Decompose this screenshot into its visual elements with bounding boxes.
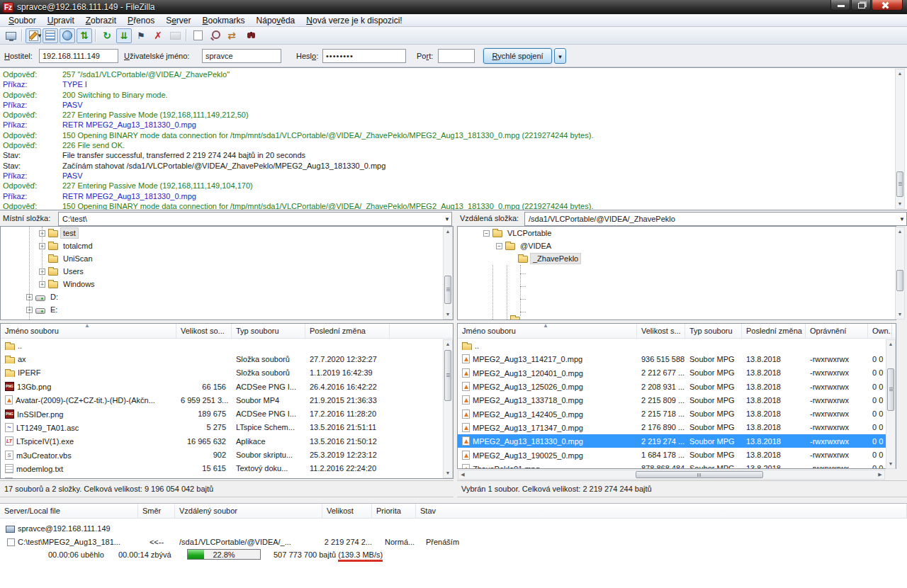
file-row[interactable]: modemlog.txt 15 615 Textový doku... 11.2… (1, 462, 453, 475)
column-header[interactable]: Velikost s... (637, 324, 685, 338)
file-row[interactable]: LT1249_TA01.asc 5 275 LTspice Schem... 1… (1, 421, 453, 434)
scroll-up-icon[interactable]: ▲ (896, 227, 904, 236)
tree-expander-icon[interactable] (496, 243, 502, 249)
tree-item[interactable]: _ZhavePeklo (458, 252, 896, 265)
column-header[interactable]: Server/Local file (0, 504, 138, 518)
file-row[interactable]: IPERF Složka souborů 1.1.2019 16:42:39 (1, 366, 453, 380)
column-header[interactable]: Poslední změna (305, 324, 390, 338)
file-row[interactable]: InSSIDer.png 189 675 ACDSee PNG I... 17.… (1, 407, 453, 420)
scroll-right-icon[interactable]: ▶ (876, 470, 884, 479)
toolbar-button[interactable] (99, 28, 115, 43)
toolbar-button[interactable] (77, 28, 92, 43)
file-row[interactable]: 13Gb.png 66 156 ACDSee PNG I... 26.4.201… (1, 380, 453, 393)
close-button[interactable] (872, 0, 903, 11)
column-header[interactable]: Velikost (322, 504, 372, 518)
file-row[interactable]: ZhavePeklo01.mpg 878 868 484 Soubor MPG … (458, 462, 896, 469)
combo-arrow-icon[interactable]: ▼ (899, 216, 905, 222)
queue-server-row[interactable]: spravce@192.168.111.149 (0, 521, 907, 535)
menu-item[interactable]: Soubor (3, 15, 42, 26)
toolbar-button[interactable] (133, 28, 149, 43)
scroll-up-icon[interactable]: ▲ (896, 69, 904, 78)
local-tree-scrollbar[interactable]: ▲ ▼ (443, 227, 453, 320)
tree-item[interactable]: totalcmd (1, 239, 453, 252)
column-header[interactable]: Own... (868, 324, 892, 338)
log-scrollbar[interactable]: ▲ ▼ (895, 69, 905, 209)
scroll-down-icon[interactable]: ▼ (896, 200, 904, 208)
menu-item[interactable]: Server (160, 15, 196, 26)
site-manager-dropdown-icon[interactable]: ▼ (35, 28, 44, 43)
column-header[interactable]: Typ souboru (232, 324, 305, 338)
tree-item[interactable]: Windows (1, 278, 453, 290)
tree-item[interactable]: test (1, 227, 453, 239)
tree-item[interactable]: E: (1, 303, 453, 316)
toolbar-button[interactable] (3, 28, 18, 43)
file-row[interactable]: MPEG2_Aug13_181330_0.mpg 2 219 274 ... S… (458, 434, 896, 448)
column-header[interactable]: Typ souboru (685, 324, 742, 338)
toolbar-button[interactable] (116, 28, 132, 43)
tree-item[interactable]: @VIDEA (458, 239, 896, 252)
column-header[interactable]: Poslední změna (742, 324, 806, 338)
username-input[interactable]: spravce (202, 49, 281, 63)
column-header[interactable]: Priorita (372, 504, 416, 518)
scroll-thumb[interactable] (896, 270, 903, 291)
file-row[interactable]: MPEG2_Aug13_120401_0.mpg 2 212 677 ... S… (458, 366, 896, 380)
menu-item[interactable]: Nápověda (251, 15, 301, 26)
remote-directory-combo[interactable]: /sda1/VLCPortable/@VIDEA/_ZhavePeklo ▼ (524, 212, 907, 226)
menu-item[interactable]: Upravit (42, 15, 80, 26)
toolbar-button[interactable] (43, 28, 58, 43)
local-directory-combo[interactable]: C:\test\ ▼ (58, 212, 452, 226)
tree-item[interactable]: UniScan (1, 252, 453, 265)
scroll-down-icon[interactable]: ▼ (886, 460, 895, 468)
toolbar-button[interactable] (95, 29, 96, 42)
maximize-button[interactable] (851, 0, 871, 11)
scroll-thumb[interactable] (896, 171, 903, 197)
toolbar-button[interactable] (21, 29, 23, 42)
column-header[interactable]: Oprávnění (806, 324, 868, 338)
minimize-button[interactable] (830, 0, 850, 11)
scroll-left-icon[interactable]: ◀ (458, 470, 467, 479)
column-header[interactable]: Vzdálený soubor (175, 504, 322, 518)
column-header[interactable]: Stav (416, 504, 907, 518)
remote-list-scrollbar[interactable]: ▲ ▼ (886, 339, 896, 469)
filezilla-logo-icon[interactable]: Fz (3, 2, 13, 13)
column-header[interactable]: Směr (138, 504, 175, 518)
toolbar-button[interactable] (150, 28, 166, 43)
toolbar-button[interactable] (241, 28, 257, 43)
toolbar-button[interactable] (167, 28, 183, 43)
scroll-thumb[interactable] (887, 368, 894, 411)
menu-item[interactable]: Nová verze je k dispozici! (300, 15, 407, 26)
file-row[interactable]: MPEG2_Aug13_171347_0.mpg 2 176 890 ... S… (458, 421, 896, 434)
quickconnect-button[interactable]: Rychlé spojení (483, 48, 552, 64)
queue-item-checkbox[interactable] (7, 538, 15, 546)
password-input[interactable]: •••••••• (322, 49, 406, 63)
file-row[interactable]: MPEG2_Aug13_142405_0.mpg 2 215 718 ... S… (458, 407, 896, 420)
scroll-down-icon[interactable]: ▼ (444, 469, 452, 477)
toolbar-button[interactable] (186, 29, 187, 42)
scroll-thumb[interactable] (444, 276, 451, 304)
scroll-up-icon[interactable]: ▲ (444, 227, 452, 236)
toolbar-button[interactable] (207, 28, 222, 43)
queue-file-row[interactable]: C:\test\MPEG2_Aug13_181... <<-- /sda1/VL… (0, 535, 907, 548)
toolbar-button[interactable] (190, 28, 205, 43)
remote-tree-scrollbar[interactable]: ▲ ▼ (895, 227, 905, 320)
file-row[interactable]: MPEG2_Aug13_133718_0.mpg 2 215 809 ... S… (458, 393, 896, 407)
scroll-thumb[interactable] (444, 350, 451, 401)
tree-item[interactable]: D: (1, 290, 453, 303)
remote-list-hscrollbar[interactable]: ◀ ▶ (458, 470, 885, 480)
scroll-down-icon[interactable]: ▼ (896, 310, 904, 319)
menu-item[interactable]: Zobrazit (80, 15, 122, 26)
file-row[interactable]: .. (458, 339, 896, 352)
file-row[interactable]: LTspiceIV(1).exe 16 965 632 Aplikace 13.… (1, 434, 453, 448)
host-input[interactable]: 192.168.111.149 (39, 49, 118, 63)
scroll-up-icon[interactable]: ▲ (444, 340, 452, 349)
file-row[interactable]: .. (1, 339, 453, 352)
file-row[interactable]: m3uCreator.vbs 902 Soubor skriptu... 25.… (1, 448, 453, 461)
file-row[interactable]: ax Složka souborů 27.7.2020 12:32:27 (1, 352, 453, 366)
toolbar-button[interactable] (60, 28, 75, 43)
toolbar-button[interactable] (224, 28, 240, 43)
local-list-scrollbar[interactable]: ▲ ▼ (443, 339, 453, 478)
file-row[interactable]: MPEG2_Aug13_114217_0.mpg 936 515 588 Sou… (458, 352, 896, 366)
scroll-thumb[interactable] (636, 471, 763, 478)
combo-arrow-icon[interactable]: ▼ (444, 216, 450, 222)
menu-item[interactable]: Přenos (122, 15, 160, 26)
